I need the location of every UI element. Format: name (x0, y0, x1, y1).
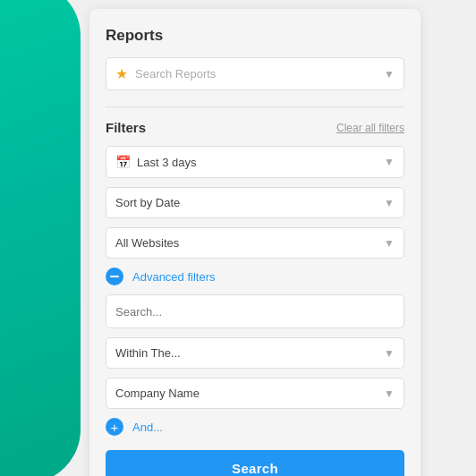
filters-header: Filters Clear all filters (106, 120, 404, 135)
chevron-down-icon: ▼ (384, 156, 395, 168)
within-the-label: Within The... (115, 346, 384, 360)
search-button[interactable]: Search (106, 450, 404, 476)
and-label: And... (132, 421, 163, 434)
sort-by-date-label: Sort by Date (115, 196, 384, 209)
calendar-icon: 📅 (115, 155, 131, 169)
decorative-blob (0, 0, 81, 476)
search-filter-input-row[interactable] (106, 294, 404, 328)
plus-icon: + (106, 418, 123, 436)
and-row[interactable]: + And... (106, 418, 404, 436)
search-filter-input[interactable] (115, 305, 395, 319)
last-3-days-dropdown[interactable]: 📅 Last 3 days ▼ (106, 146, 404, 178)
advanced-filters-label: Advanced filters (132, 270, 216, 284)
all-websites-label: All Websites (115, 236, 384, 250)
chevron-down-icon: ▼ (384, 68, 395, 81)
reports-title: Reports (106, 27, 404, 45)
star-icon: ★ (115, 65, 128, 82)
last-3-days-label: Last 3 days (137, 156, 384, 169)
chevron-down-icon: ▼ (384, 387, 395, 400)
chevron-down-icon: ▼ (384, 347, 395, 360)
company-name-dropdown[interactable]: Company Name ▼ (106, 378, 404, 409)
search-reports-placeholder: Search Reports (135, 67, 384, 81)
chevron-down-icon: ▼ (384, 197, 395, 209)
clear-all-filters-link[interactable]: Clear all filters (336, 122, 404, 134)
advanced-filters-toggle[interactable]: Advanced filters (106, 268, 404, 285)
all-websites-dropdown[interactable]: All Websites ▼ (106, 227, 404, 259)
chevron-down-icon: ▼ (384, 237, 395, 250)
main-panel: Reports ★ Search Reports ▼ Filters Clear… (89, 9, 421, 476)
company-name-label: Company Name (115, 387, 384, 400)
within-the-dropdown[interactable]: Within The... ▼ (106, 337, 404, 369)
minus-icon (106, 268, 123, 285)
sort-by-date-dropdown[interactable]: Sort by Date ▼ (106, 187, 404, 218)
divider (106, 106, 404, 107)
filters-title: Filters (106, 120, 146, 135)
search-reports-dropdown[interactable]: ★ Search Reports ▼ (106, 57, 404, 90)
